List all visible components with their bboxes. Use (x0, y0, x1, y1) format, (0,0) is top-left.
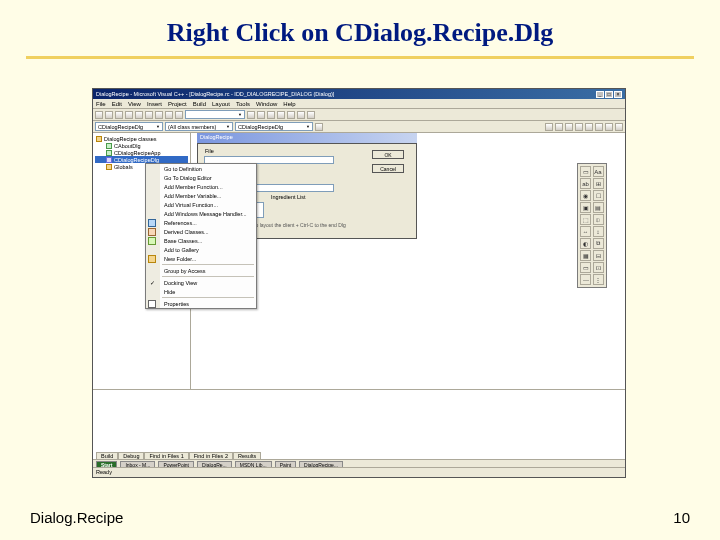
align-top-icon[interactable] (575, 123, 583, 131)
tree-ctrl-icon[interactable]: ⊡ (593, 262, 604, 273)
vscroll-icon[interactable]: ↕ (593, 226, 604, 237)
progress-icon[interactable]: ⧉ (593, 238, 604, 249)
references-icon (148, 219, 156, 227)
cm-add-message-handler[interactable]: Add Windows Message Handler... (146, 209, 256, 218)
center-horiz-icon[interactable] (595, 123, 603, 131)
cm-add-member-function[interactable]: Add Member Function... (146, 182, 256, 191)
cm-add-virtual-function[interactable]: Add Virtual Function... (146, 200, 256, 209)
tab-build[interactable]: Build (96, 452, 118, 459)
tab-ctrl-icon[interactable]: ⋯ (580, 274, 591, 285)
paste-icon[interactable] (155, 111, 163, 119)
edit-box-icon[interactable]: ab (580, 178, 591, 189)
tab-results[interactable]: Results (233, 452, 261, 459)
menu-file[interactable]: File (96, 101, 106, 107)
picture-icon[interactable]: ⎅ (593, 214, 604, 225)
compile-icon[interactable] (267, 111, 275, 119)
menu-tools[interactable]: Tools (236, 101, 250, 107)
tab-find2[interactable]: Find in Files 2 (189, 452, 233, 459)
button-icon[interactable]: ▣ (580, 202, 591, 213)
cm-hide[interactable]: Hide (146, 287, 256, 296)
class-icon (106, 150, 112, 156)
ok-button[interactable]: OK (372, 150, 404, 159)
radio-button-icon[interactable]: ◉ (580, 190, 591, 201)
check-box-icon[interactable]: ☐ (593, 190, 604, 201)
breakpoint-icon[interactable] (307, 111, 315, 119)
static-text-icon[interactable]: Aa (593, 166, 604, 177)
tree-item-cdialogrecipeapp[interactable]: CDialogRecipeApp (95, 149, 188, 156)
slide-footer-right: 10 (673, 509, 690, 526)
wizard-icon[interactable] (315, 123, 323, 131)
open-file-icon[interactable] (105, 111, 113, 119)
cancel-button[interactable]: Cancel (372, 164, 404, 173)
minimize-button[interactable]: _ (596, 91, 604, 98)
menu-build[interactable]: Build (193, 101, 206, 107)
cut-icon[interactable] (135, 111, 143, 119)
tree-item-caboutdlg[interactable]: CAboutDlg (95, 142, 188, 149)
maximize-button[interactable]: □ (605, 91, 613, 98)
center-vert-icon[interactable] (605, 123, 613, 131)
cm-go-to-dialog-editor[interactable]: Go To Dialog Editor (146, 173, 256, 182)
cm-references[interactable]: References... (146, 218, 256, 227)
workspace-combo[interactable]: ▼ (185, 110, 245, 119)
cm-separator (162, 297, 254, 298)
test-dialog-icon[interactable] (545, 123, 553, 131)
hscroll-icon[interactable]: ↔ (580, 226, 591, 237)
menu-layout[interactable]: Layout (212, 101, 230, 107)
cm-add-member-variable[interactable]: Add Member Variable... (146, 191, 256, 200)
menu-help[interactable]: Help (283, 101, 295, 107)
save-all-icon[interactable] (125, 111, 133, 119)
cm-group-by-access[interactable]: Group by Access (146, 266, 256, 275)
cm-docking-view[interactable]: ✓ Docking View (146, 278, 256, 287)
cm-add-to-gallery[interactable]: Add to Gallery (146, 245, 256, 254)
group-box-icon[interactable]: ⊞ (593, 178, 604, 189)
cm-go-to-definition[interactable]: Go to Definition (146, 164, 256, 173)
stop-build-icon[interactable] (277, 111, 285, 119)
tree-label: Globals (114, 164, 133, 170)
tab-find1[interactable]: Find in Files 1 (144, 452, 188, 459)
cm-base-classes[interactable]: Base Classes... (146, 236, 256, 245)
slider-icon[interactable]: ▦ (580, 250, 591, 261)
cm-separator (162, 264, 254, 265)
menu-edit[interactable]: Edit (112, 101, 122, 107)
align-left-icon[interactable] (555, 123, 563, 131)
align-right-icon[interactable] (565, 123, 573, 131)
go-icon[interactable] (297, 111, 305, 119)
cm-properties[interactable]: Properties (146, 299, 256, 308)
menu-window[interactable]: Window (256, 101, 277, 107)
spin-icon[interactable]: ◐ (580, 238, 591, 249)
redo-icon[interactable] (175, 111, 183, 119)
class-combo[interactable]: CDialogRecipeDlg▼ (95, 122, 163, 131)
list-ctrl-icon[interactable]: ▭ (580, 262, 591, 273)
base-icon (148, 237, 156, 245)
close-button[interactable]: × (614, 91, 622, 98)
tree-item-cdialogrecipedlg[interactable]: CDialogRecipeDlg (95, 156, 188, 163)
hotkey-icon[interactable]: ⊟ (593, 250, 604, 261)
pointer-tool-icon[interactable]: ▭ (580, 166, 591, 177)
menu-project[interactable]: Project (168, 101, 187, 107)
tree-root[interactable]: DialogRecipe classes (95, 135, 188, 142)
function-combo[interactable]: CDialogRecipeDlg▼ (235, 122, 313, 131)
align-bottom-icon[interactable] (585, 123, 593, 131)
controls-toolbox: ▭ Aa ab ⊞ ◉ ☐ ▣ ▤ ⬚ ⎅ ↔ ↕ ◐ ⧉ ▦ ⊟ ▭ ⊡ ⋯ … (577, 163, 607, 288)
copy-icon[interactable] (145, 111, 153, 119)
menu-view[interactable]: View (128, 101, 141, 107)
tab-debug[interactable]: Debug (118, 452, 144, 459)
members-combo[interactable]: (All class members)▼ (165, 122, 233, 131)
tree-label: CDialogRecipeApp (114, 150, 160, 156)
cm-new-folder[interactable]: New Folder... (146, 254, 256, 263)
combo-box-icon[interactable]: ▤ (593, 202, 604, 213)
find-icon[interactable] (247, 111, 255, 119)
new-file-icon[interactable] (95, 111, 103, 119)
dialog-form-titlebar[interactable]: DialogRecipe (197, 133, 417, 143)
menu-insert[interactable]: Insert (147, 101, 162, 107)
grid-icon[interactable] (615, 123, 623, 131)
cm-derived-classes[interactable]: Derived Classes... (146, 227, 256, 236)
custom-ctrl-icon[interactable]: ⋮ (593, 274, 604, 285)
undo-icon[interactable] (165, 111, 173, 119)
properties-icon (148, 300, 156, 308)
execute-icon[interactable] (287, 111, 295, 119)
toolbar-standard: ▼ (93, 109, 625, 121)
save-icon[interactable] (115, 111, 123, 119)
list-box-icon[interactable]: ⬚ (580, 214, 591, 225)
build-icon[interactable] (257, 111, 265, 119)
